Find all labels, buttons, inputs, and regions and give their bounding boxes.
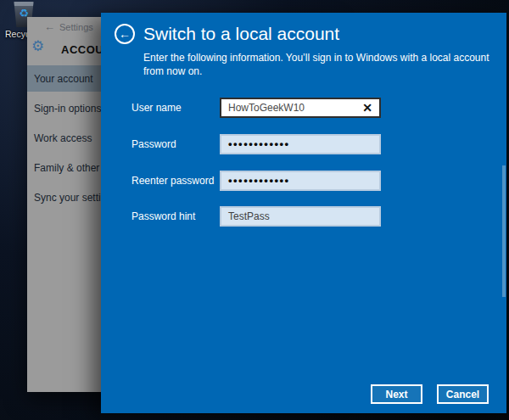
username-label: User name [131,102,182,114]
reenter-password-value: •••••••••••• [228,174,290,187]
password-hint-value: TestPass [228,210,270,222]
gear-icon: ⚙ [31,39,44,53]
username-input[interactable]: HowToGeekW10 ✕ [220,98,381,118]
password-hint-input[interactable]: TestPass [220,206,381,227]
clear-input-icon[interactable]: ✕ [362,101,372,115]
settings-window-title: Settings [59,22,93,32]
sidebar-item-label: Sign-in options [34,103,101,115]
dialog-title: Switch to a local account [143,24,339,44]
password-label: Password [131,138,176,150]
next-button[interactable]: Next [371,384,422,404]
sidebar-item-label: Your account [34,73,93,85]
cancel-button[interactable]: Cancel [437,384,489,404]
recycle-bin-rim [14,2,34,6]
password-value: •••••••••••• [228,137,290,150]
settings-back-icon[interactable]: ← [44,20,55,34]
reenter-password-label: Reenter password [131,175,214,187]
username-value: HowToGeekW10 [228,102,305,114]
sidebar-item-label: Work access [34,132,92,144]
dialog-subtitle: Enter the following information. You’ll … [143,51,489,78]
reenter-password-input[interactable]: •••••••••••• [220,171,381,191]
switch-to-local-account-dialog: ← Switch to a local account Enter the fo… [101,13,506,413]
password-hint-label: Password hint [131,210,195,222]
password-input[interactable]: •••••••••••• [220,134,381,154]
dialog-back-button[interactable]: ← [115,24,135,44]
scrollbar-thumb[interactable] [502,165,506,297]
back-arrow-icon: ← [119,28,131,40]
